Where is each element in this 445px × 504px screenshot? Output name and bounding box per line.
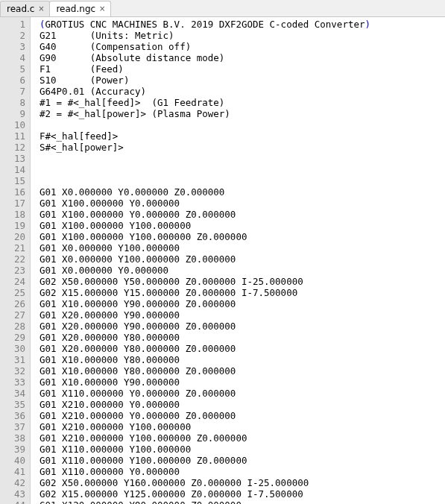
line-number: 40 (7, 455, 25, 466)
line-number: 6 (7, 75, 25, 86)
code-text: G01 X10.000000 Y80.000000 Z0.000000 (40, 365, 236, 377)
tab-read-c[interactable]: read.c× (0, 1, 50, 16)
code-line[interactable]: G01 X10.000000 Y80.000000 Z0.000000 (40, 365, 370, 377)
code-text: G01 X20.000000 Y80.000000 (40, 332, 180, 343)
code-text: G01 X10.000000 Y80.000000 (40, 354, 180, 365)
code-area[interactable]: (GROTIUS CNC MACHINES B.V. 2019 DXF2GODE… (31, 17, 370, 504)
line-number: 31 (7, 354, 25, 365)
code-line[interactable]: G01 X110.000000 Y0.000000 Z0.000000 (40, 388, 370, 399)
code-line[interactable]: G02 X50.000000 Y160.000000 Z0.000000 I-2… (40, 477, 370, 488)
line-number: 15 (7, 175, 25, 186)
code-line[interactable]: G01 X10.000000 Y90.000000 Z0.000000 (40, 298, 370, 309)
code-line[interactable]: G01 X110.000000 Y0.000000 (40, 466, 370, 477)
code-line[interactable] (40, 119, 370, 130)
tab-read-ngc[interactable]: read.ngc× (49, 1, 111, 16)
code-line[interactable]: G01 X210.000000 Y100.000000 (40, 421, 370, 432)
code-text: G01 X0.000000 Y100.000000 (40, 242, 180, 253)
line-number: 12 (7, 142, 25, 153)
code-line[interactable]: G01 X10.000000 Y80.000000 (40, 354, 370, 365)
code-line[interactable]: G01 X20.000000 Y80.000000 Z0.000000 (40, 343, 370, 354)
code-line[interactable]: G01 X0.000000 Y100.000000 (40, 242, 370, 253)
code-text: G01 X100.000000 Y100.000000 (40, 220, 191, 231)
code-line[interactable]: F#<_hal[feed]> (40, 130, 370, 142)
line-number: 25 (7, 287, 25, 298)
code-text: G01 X100.000000 Y0.000000 (40, 198, 180, 209)
line-number: 32 (7, 365, 25, 377)
code-text: G40 (Compensation off) (40, 41, 191, 52)
line-number: 24 (7, 276, 25, 287)
line-number: 43 (7, 488, 25, 500)
code-line[interactable]: G01 X210.000000 Y0.000000 (40, 399, 370, 410)
code-text: G01 X20.000000 Y80.000000 Z0.000000 (40, 343, 236, 354)
line-number: 9 (7, 108, 25, 119)
line-number: 18 (7, 209, 25, 220)
line-number: 35 (7, 399, 25, 410)
code-line[interactable]: #1 = #<_hal[feed]> (G1 Feedrate) (40, 97, 370, 108)
code-text: S10 (Power) (40, 75, 129, 86)
code-text: G01 X0.000000 Y0.000000 Z0.000000 (40, 186, 224, 198)
code-line[interactable]: G01 X20.000000 Y90.000000 (40, 309, 370, 321)
line-number: 39 (7, 444, 25, 455)
line-number: 1 (7, 19, 25, 30)
tab-label: read.c (7, 4, 34, 14)
line-number: 20 (7, 231, 25, 242)
code-line[interactable]: G01 X210.000000 Y0.000000 Z0.000000 (40, 410, 370, 421)
code-text: G01 X0.000000 Y0.000000 (40, 265, 168, 276)
code-line[interactable] (40, 153, 370, 164)
line-number: 7 (7, 86, 25, 97)
code-line[interactable]: G02 X15.000000 Y15.000000 Z0.000000 I-7.… (40, 287, 370, 298)
code-line[interactable]: S10 (Power) (40, 75, 370, 86)
code-text: G01 X100.000000 Y0.000000 Z0.000000 (40, 209, 236, 220)
code-text: G01 X10.000000 Y90.000000 (40, 377, 180, 388)
code-line[interactable]: G64P0.01 (Accuracy) (40, 86, 370, 97)
code-line[interactable] (40, 164, 370, 175)
code-line[interactable]: G01 X10.000000 Y90.000000 (40, 377, 370, 388)
code-line[interactable]: #2 = #<_hal[power]> (Plasma Power) (40, 108, 370, 119)
line-number: 8 (7, 97, 25, 108)
code-line[interactable]: G01 X0.000000 Y0.000000 Z0.000000 (40, 186, 370, 198)
line-number: 29 (7, 332, 25, 343)
code-line[interactable]: G01 X20.000000 Y90.000000 Z0.000000 (40, 321, 370, 332)
code-line[interactable]: G01 X210.000000 Y100.000000 Z0.000000 (40, 432, 370, 444)
code-line[interactable] (40, 175, 370, 186)
line-number: 4 (7, 52, 25, 63)
code-line[interactable]: G01 X0.000000 Y100.000000 Z0.000000 (40, 253, 370, 265)
code-text: G02 X50.000000 Y160.000000 Z0.000000 I-2… (40, 477, 309, 488)
code-line[interactable]: G01 X110.000000 Y100.000000 (40, 444, 370, 455)
code-line[interactable]: G01 X100.000000 Y0.000000 (40, 198, 370, 209)
code-text: S#<_hal[power]> (40, 142, 124, 153)
paren-open: ( (40, 19, 45, 30)
code-text: F1 (Feed) (40, 63, 124, 75)
code-line[interactable]: G90 (Absolute distance mode) (40, 52, 370, 63)
code-line[interactable]: G40 (Compensation off) (40, 41, 370, 52)
code-line[interactable]: (GROTIUS CNC MACHINES B.V. 2019 DXF2GODE… (40, 19, 370, 30)
line-number: 3 (7, 41, 25, 52)
code-line[interactable]: G01 X110.000000 Y100.000000 Z0.000000 (40, 455, 370, 466)
code-line[interactable]: F1 (Feed) (40, 63, 370, 75)
code-text: G01 X110.000000 Y0.000000 (40, 466, 180, 477)
code-line[interactable]: G02 X50.000000 Y50.000000 Z0.000000 I-25… (40, 276, 370, 287)
code-text: G01 X210.000000 Y0.000000 Z0.000000 (40, 410, 236, 421)
paren-close: ) (365, 19, 371, 30)
line-number: 30 (7, 343, 25, 354)
code-line[interactable]: G02 X15.000000 Y125.000000 Z0.000000 I-7… (40, 488, 370, 500)
line-number: 41 (7, 466, 25, 477)
code-text: G90 (Absolute distance mode) (40, 52, 224, 63)
code-line[interactable]: G01 X100.000000 Y100.000000 Z0.000000 (40, 231, 370, 242)
close-icon[interactable]: × (37, 5, 45, 13)
code-line[interactable]: G01 X20.000000 Y80.000000 (40, 332, 370, 343)
code-line[interactable]: G01 X100.000000 Y0.000000 Z0.000000 (40, 209, 370, 220)
code-text: #1 = #<_hal[feed]> (G1 Feedrate) (40, 97, 224, 108)
line-number: 27 (7, 309, 25, 321)
line-number: 11 (7, 130, 25, 142)
line-number: 14 (7, 164, 25, 175)
code-line[interactable]: G21 (Units: Metric) (40, 30, 370, 41)
code-line[interactable]: G01 X100.000000 Y100.000000 (40, 220, 370, 231)
code-line[interactable]: G01 X120.000000 Y90.000000 Z0.000000 (40, 500, 370, 504)
close-icon[interactable]: × (98, 5, 106, 13)
code-editor[interactable]: 1234567891011121314151617181920212223242… (0, 17, 445, 504)
code-line[interactable]: G01 X0.000000 Y0.000000 (40, 265, 370, 276)
line-number: 36 (7, 410, 25, 421)
code-text: G01 X0.000000 Y100.000000 Z0.000000 (40, 253, 236, 265)
code-line[interactable]: S#<_hal[power]> (40, 142, 370, 153)
